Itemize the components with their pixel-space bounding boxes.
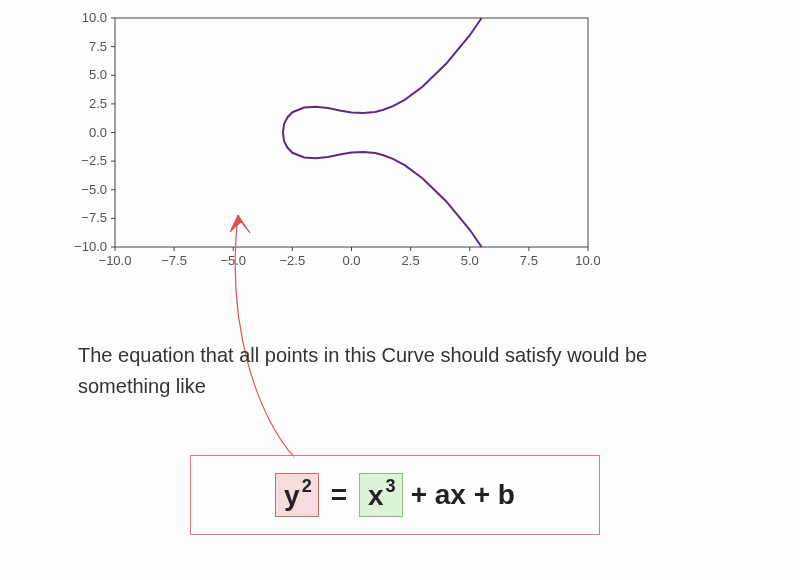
equals-sign: = (321, 479, 357, 511)
eq-lhs-exp: 2 (302, 476, 312, 497)
y-tick-label: −7.5 (81, 210, 107, 225)
y-tick-label: −10.0 (74, 239, 107, 254)
x-tick-label: 0.0 (342, 253, 360, 268)
x-tick-label: 2.5 (402, 253, 420, 268)
elliptic-curve-chart: −10.0−7.5−5.0−2.50.02.55.07.510.0−10.0−7… (60, 10, 600, 275)
caption-text: The equation that all points in this Cur… (78, 340, 718, 402)
x-tick-label: 7.5 (520, 253, 538, 268)
eq-lhs-base: y (284, 480, 300, 512)
chart-svg: −10.0−7.5−5.0−2.50.02.55.07.510.0−10.0−7… (60, 10, 600, 275)
y-tick-label: 10.0 (82, 10, 107, 25)
y-tick-label: 0.0 (89, 125, 107, 140)
elliptic-curve-path (283, 18, 482, 247)
eq-rhs1-exp: 3 (386, 476, 396, 497)
y-tick-label: −5.0 (81, 182, 107, 197)
x-tick-label: −10.0 (99, 253, 132, 268)
x-tick-label: −7.5 (161, 253, 187, 268)
x-tick-label: −5.0 (220, 253, 246, 268)
x-tick-label: 10.0 (575, 253, 600, 268)
eq-rhs1-base: x (368, 480, 384, 512)
equation-lhs: y2 (275, 473, 319, 517)
y-tick-label: 2.5 (89, 96, 107, 111)
y-tick-label: −2.5 (81, 153, 107, 168)
x-tick-label: 5.0 (461, 253, 479, 268)
y-tick-label: 7.5 (89, 39, 107, 54)
x-tick-label: −2.5 (280, 253, 306, 268)
equation-rhs-tail: + ax + b (405, 479, 515, 511)
equation-rhs-cubic: x3 (359, 473, 403, 517)
svg-rect-0 (115, 18, 588, 247)
y-tick-label: 5.0 (89, 67, 107, 82)
equation-box: y2 = x3 + ax + b (190, 455, 600, 535)
